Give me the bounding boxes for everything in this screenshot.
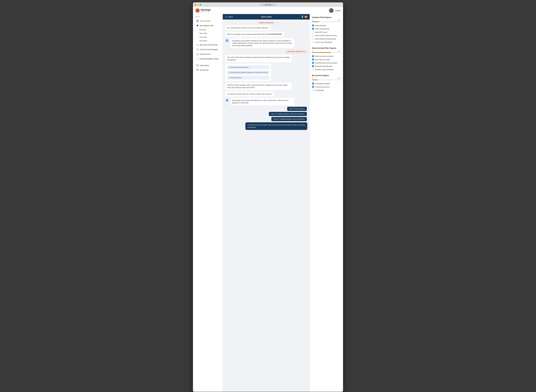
academic-progress-fill	[312, 21, 319, 22]
app-header: 🌀 Spiralogic by CASM Learning 👤 Logout	[193, 7, 343, 14]
checklist-label-5q: 5 Questions Excellent	[315, 83, 330, 84]
chat-scroll[interactable]: Academic Course Plan Ok, I understand yo…	[223, 19, 310, 392]
bot-message-5: All three of these programs offer an opp…	[225, 83, 292, 90]
sidebar-label-recommendation: Recommendation Letters	[200, 58, 218, 60]
list-item-ap: 1. Advanced Placement (AP)	[227, 65, 269, 69]
extra-progress-bar-row: 0% 100%	[312, 50, 341, 52]
list-item-de: 3. Dual Enrollment	[227, 76, 269, 80]
bot-message-1: Ok, I understand you want to do some aca…	[225, 25, 270, 30]
checklist-select-ap: Select AP Course	[312, 30, 341, 34]
minimize-button[interactable]	[197, 4, 199, 5]
bot-msg-6-text: You should not think of this as a choice…	[227, 93, 273, 95]
extra-progress-start: 0%	[312, 50, 314, 52]
spiral-avatar-1: 🌀	[225, 39, 229, 42]
checklist-activities-roadmap: Activities 4-year Roadmap	[312, 68, 341, 71]
checklist-label-accelerators: Select Accelerator(s)	[315, 28, 329, 30]
bot-msg-7-text: Depending on your goals and interests, i…	[232, 99, 288, 104]
checklist-label-grad: Add Graduation Requirements	[315, 38, 336, 40]
check-filled-5q	[312, 83, 314, 85]
sidebar-item-recommendation[interactable]: 📄 Recommendation Letters	[194, 56, 222, 61]
checklist-label-profile: Profile Interview	[315, 25, 326, 26]
ai-badge: AI	[304, 16, 307, 18]
bot-msg-1-text: Ok, I understand you want to do some aca…	[227, 27, 269, 29]
sidebar-label-chat-history: Chat History	[200, 65, 209, 66]
extra-progress-track	[312, 52, 341, 53]
journey-progress-fill	[312, 79, 318, 80]
sidebar-item-12th-grade[interactable]: 12th Grade	[193, 39, 223, 43]
sidebar-item-extra-curricular[interactable]: 🗂 My Extra-curricular Plan	[194, 43, 222, 47]
sidebar-item-course-request[interactable]: 📋 Current Course Request	[194, 47, 222, 52]
sidebar-label-course-request: Current Course Request	[200, 49, 218, 51]
sidebar-item-my-counselor[interactable]: 🌀 My Counselor	[194, 19, 222, 23]
sidebar-item-10th-grade[interactable]: 10th Grade	[193, 32, 223, 35]
bold-accelerator: ACCELERATOR!!	[269, 33, 282, 35]
maximize-button[interactable]	[200, 4, 201, 5]
bot-msg-3-text: Accelerators are programs offered by you…	[232, 40, 292, 47]
chat-history-icon: 💬	[196, 64, 199, 66]
journey-progress-end: 100%	[337, 78, 341, 79]
user-message-1: Interesting. Please go on.	[285, 49, 307, 54]
bot-message-7-container: 🌀 Depending on your goals and interests,…	[225, 98, 294, 106]
app-window: Spiralogic 🌀 Spiralogic by CASM Learning…	[193, 2, 343, 392]
checklist-how-many: How many do I need?	[312, 58, 341, 61]
right-panel: Academic Plan Progress 0% 100% Profile I…	[310, 14, 343, 392]
close-button[interactable]	[195, 4, 196, 5]
chat-header-spiral-label: Spiral	[228, 16, 233, 18]
logout-button[interactable]: Logout	[335, 9, 341, 11]
check-filled-2ni	[312, 86, 314, 88]
checklist-select-accelerators: Select Accelerator(s)	[312, 27, 341, 30]
chat-header-left: 🌀 Spiral	[225, 16, 233, 18]
sidebar-item-my-journey[interactable]: 🗺 My Journey	[194, 68, 222, 72]
header-right: 👤 Logout	[329, 8, 341, 13]
mac-titlebar: Spiralogic	[193, 2, 343, 7]
academic-progress-title: Academic Plan Progress	[312, 16, 341, 18]
check-filled-build	[312, 65, 314, 67]
menu-label: MENU	[193, 16, 223, 19]
user-input-message: I would like more information about thes…	[245, 122, 307, 130]
sidebar-item-chat-history[interactable]: 💬 Chat History	[194, 63, 222, 68]
checklist-label-2ni: 2 Need Improvement	[315, 86, 329, 88]
spiral-chat-icon: 🌀	[225, 16, 228, 18]
chip-traditional-accelerators[interactable]: Plan for Traditional Diploma with Accele…	[271, 117, 307, 121]
check-filled-what-extra	[312, 55, 314, 57]
bot-message-4: Your school offers three accelerator pro…	[225, 55, 292, 62]
checklist-4year-roadmap: Course 4-year Roadmap	[312, 41, 341, 44]
check-filled-profile	[312, 24, 314, 27]
sidebar-item-9th-grade[interactable]: 9th Grade	[193, 28, 223, 32]
bot-message-3: Accelerators are programs offered by you…	[230, 38, 294, 48]
sidebar-item-11th-grade[interactable]: 11th Grade	[193, 35, 223, 39]
checklist-label-dual: Select Dual Enrollment Courses	[315, 35, 337, 36]
study-icon: 📖	[196, 53, 199, 55]
bot-msg-4-text: Your school offers three accelerator pro…	[227, 56, 289, 61]
academic-icon: 🎓	[196, 24, 199, 27]
check-empty-6i	[312, 89, 314, 91]
sidebar-item-study-session[interactable]: 📖 Study Session	[194, 52, 222, 56]
checklist-label-roadmap: Course 4-year Roadmap	[315, 41, 332, 43]
check-empty-dual	[312, 34, 314, 37]
journey-progress-section: My Journey Progress 0% 100% 5 Questions …	[312, 75, 341, 92]
chip-traditional-dual[interactable]: Plan for Traditional Diploma with Dual E…	[269, 112, 307, 116]
logo-icon: 🌀	[195, 8, 200, 13]
journey-progress-title: My Journey Progress	[312, 75, 341, 76]
bot-message-7: Depending on your goals and interests, i…	[230, 98, 294, 106]
checklist-6-incomplete: 6 Incomplete	[312, 89, 341, 92]
journey-progress-start: 0%	[312, 78, 314, 79]
sidebar-item-my-academic-plan[interactable]: 🎓 My Academic Plan	[194, 23, 222, 28]
checklist-label-how-many: How many do I need?	[315, 59, 330, 61]
bot-message-3-container: 🌀 Accelerators are programs offered by y…	[225, 38, 294, 48]
chip-aice-diploma[interactable]: Plan for AICE Diploma	[287, 107, 307, 111]
journey-progress-track	[312, 79, 341, 80]
checklist-label-ap: Select AP Course	[315, 31, 327, 33]
journey-progress-bar-row: 0% 100%	[312, 78, 341, 79]
checklist-build-plan: Build extracurricular plan	[312, 65, 341, 68]
sidebar-divider	[195, 62, 221, 62]
check-filled-impressing	[312, 62, 314, 64]
sidebar-label-my-counselor: My Counselor	[200, 20, 211, 22]
plan-tag: Academic Course Plan	[257, 21, 275, 24]
academic-progress-bar-row: 0% 100%	[312, 19, 341, 21]
bot-msg-5-text: All three of these programs offer an opp…	[227, 84, 288, 88]
app-body: MENU 🌀 My Counselor 🎓 My Academic Plan 9…	[193, 14, 343, 392]
extracurricular-progress-title: Extra-Curricular Plan Progress	[312, 47, 341, 49]
extra-curricular-icon: 🗂	[196, 44, 199, 46]
checklist-label-activities: Activities 4-year Roadmap	[315, 69, 333, 70]
